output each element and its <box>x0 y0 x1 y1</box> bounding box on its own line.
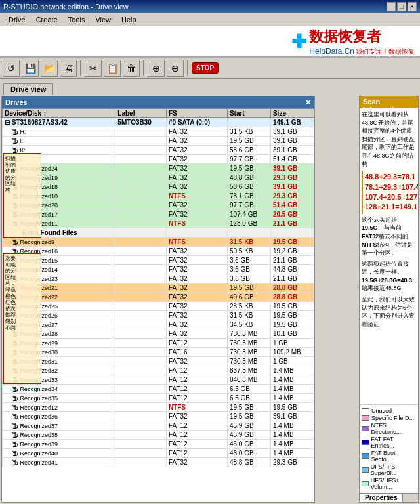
table-row[interactable]: ⊟ ST3160827AS3.425MTO3B30#0 SATA (0:0)14… <box>3 118 314 127</box>
toolbar-cut-button[interactable]: ✂ <box>85 60 102 77</box>
table-row[interactable]: 🗜 Recognized33FAT12840.8 MB1.4 MB <box>3 375 314 385</box>
tab-properties[interactable]: Properties <box>360 494 403 502</box>
table-row[interactable]: 🗜 H:FAT3231.5 KB39.1 GB <box>3 127 314 136</box>
table-row[interactable]: 🗜 Recognized35FAT126.5 GB1.4 MB <box>3 394 314 403</box>
col-fs-cell: FAT32 <box>166 210 227 219</box>
col-device-cell: 🗜 Recognized19 <box>3 173 116 182</box>
col-device-cell: 🗜 Recognized9 <box>3 238 116 247</box>
col-fs-cell: FAT32 <box>166 302 227 311</box>
menu-create[interactable]: Create <box>31 15 63 24</box>
stop-button[interactable]: STOP <box>192 62 219 74</box>
table-row[interactable]: 🗜 Recognized25FAT3228.5 KB19.5 GB <box>3 302 314 311</box>
col-device: Device/Disk ↕ <box>3 109 116 118</box>
col-label-cell <box>116 238 167 247</box>
table-row[interactable]: 🗜 Recognized22FAT3249.6 GB28.8 GB <box>3 293 314 302</box>
col-size-cell: 28.8 GB <box>270 293 314 302</box>
col-fs-cell: FAT32 <box>166 247 227 256</box>
table-row[interactable]: 🗜 Recognized10NTFS78.1 GB29.3 GB <box>3 192 314 201</box>
table-row[interactable]: 🗜 Recognized32FAT12837.5 MB1.4 MB <box>3 366 314 375</box>
menu-tools[interactable]: Tools <box>63 15 91 24</box>
col-fs-cell: FAT32 <box>166 458 227 467</box>
table-row[interactable]: 🗜 Recognized23FAT323.6 GB21.1 GB <box>3 274 314 284</box>
scan-content[interactable]: 在这里可以看到从48.8G开始的，首尾相接完整的4个优质扫描分区，直到硬盘尾部，… <box>360 108 418 404</box>
table-row[interactable]: 🗜 I:FAT3219.5 GB39.1 GB <box>3 136 314 146</box>
minimize-button[interactable]: — <box>387 2 396 11</box>
table-row[interactable]: 🗜 Recognized40FAT1246.0 GB1.4 MB <box>3 449 314 458</box>
legend-specific-file: Specific File D... <box>362 415 416 421</box>
table-row[interactable]: 🗜 Recognized31FAT32730.3 MB1 GB <box>3 357 314 366</box>
toolbar-refresh-button[interactable]: ↺ <box>3 60 20 77</box>
table-row[interactable]: 🗜 Recognized29FAT12730.3 MB1 GB <box>3 339 314 348</box>
col-start-cell: 46.0 GB <box>227 449 270 458</box>
col-fs-cell: FAT32 <box>166 146 227 155</box>
calc-1: 48.8+29.3=78.1 <box>365 172 414 182</box>
col-label-cell <box>116 146 167 155</box>
col-start-cell: 19.5 GB <box>227 136 270 146</box>
toolbar-open-button[interactable]: 📂 <box>41 60 58 77</box>
legend-label-fat: FAT FAT Entries... <box>371 436 416 449</box>
table-row[interactable]: 🗜 L:FAT3297.7 GB51.4 GB <box>3 155 314 164</box>
drives-table-scroll[interactable]: Device/Disk ↕ Label FS Start Size ⊟ ST31… <box>2 108 314 502</box>
table-row[interactable]: 🗜 Recognized20FAT3297.7 GB51.4 GB <box>3 201 314 210</box>
toolbar-delete-button[interactable]: 🗑 <box>123 60 140 77</box>
app-title: R-STUDIO network edition - Drive view <box>3 3 129 10</box>
table-row[interactable]: 🗜 Recognized17FAT32107.4 GB20.5 GB <box>3 210 314 219</box>
menu-help[interactable]: Help <box>116 15 142 24</box>
toolbar-remove-button[interactable]: ⊖ <box>167 60 184 77</box>
toolbar-print-button[interactable]: 🖨 <box>60 60 77 77</box>
table-row[interactable]: 🗜 Recognized28FAT32730.3 MB10.1 GB <box>3 329 314 339</box>
col-size-cell: 19.5 GB <box>270 311 314 320</box>
col-label-cell <box>116 357 167 366</box>
menu-drive[interactable]: Drive <box>3 15 31 24</box>
col-fs-cell: #0 SATA (0:0) <box>166 118 227 127</box>
drives-panel-close[interactable]: ✕ <box>305 98 311 107</box>
table-row[interactable]: 🗜 Recognized41FAT3248.8 GB29.3 GB <box>3 458 314 467</box>
window-controls[interactable]: — □ ✕ <box>387 2 417 11</box>
table-row[interactable]: 🗜 Recognized19FAT3248.8 GB29.3 GB <box>3 173 314 182</box>
table-row[interactable]: 🗜 Recognized14FAT323.6 GB44.8 GB <box>3 265 314 274</box>
col-start-cell: 78.1 GB <box>227 192 270 201</box>
menu-view[interactable]: View <box>90 15 116 24</box>
logo-sub-text: HelpData.Cn <box>309 47 354 56</box>
col-fs-cell: FAT32 <box>166 265 227 274</box>
table-row[interactable]: 🗜 Recognized24FAT3219.5 GB39.1 GB <box>3 164 314 173</box>
col-fs-cell: FAT32 <box>166 201 227 210</box>
table-row[interactable]: 🗜 Recognized27FAT3234.5 KB19.5 GB <box>3 320 314 329</box>
tab-drive-view[interactable]: Drive view <box>3 83 53 94</box>
col-label-cell <box>116 155 167 164</box>
col-fs-cell: FAT12 <box>166 366 227 375</box>
table-row[interactable]: 🗜 Recognized30FAT16730.3 MB109.2 MB <box>3 348 314 357</box>
table-row[interactable]: 🗜 Recognized11NTFS128.0 GB21.1 GB <box>3 219 314 228</box>
col-device-cell: 🗜 Recognized25 <box>3 302 116 311</box>
table-row[interactable]: 🗜 Recognized15FAT323.6 GB21.1 GB <box>3 256 314 265</box>
table-row[interactable]: 🗜 Recognized18FAT3258.6 GB39.1 GB <box>3 182 314 192</box>
toolbar-add-button[interactable]: ⊕ <box>148 60 165 77</box>
drives-panel: Drives ✕ Device/Disk ↕ Label FS Start Si… <box>1 96 315 503</box>
table-row[interactable]: 🗜 Recognized37FAT1245.9 GB1.4 MB <box>3 421 314 430</box>
col-size-cell: 109.2 MB <box>270 348 314 357</box>
table-row[interactable]: 🗜 Recognized12NTFS19.5 GB19.5 GB <box>3 403 314 412</box>
col-size-cell: 20.5 GB <box>270 210 314 219</box>
table-row[interactable]: 🗜 Recognized16FAT3250.5 KB19.2 GB <box>3 247 314 256</box>
maximize-button[interactable]: □ <box>397 2 406 11</box>
col-start-cell: 840.8 MB <box>227 375 270 385</box>
table-row[interactable]: 🗜 Recognized38FAT1245.9 GB1.4 MB <box>3 430 314 440</box>
col-label: Label <box>116 109 167 118</box>
col-device-cell: 🗜 Recognized35 <box>3 394 116 403</box>
table-row[interactable]: 📁 Extra Found Files <box>3 228 314 238</box>
toolbar-paste-button[interactable]: 📋 <box>104 60 121 77</box>
table-row[interactable]: 🗜 Recognized9NTFS31.5 KB19.5 GB <box>3 238 314 247</box>
table-row[interactable]: 🗜 Recognized36FAT3219.5 GB39.1 GB <box>3 412 314 421</box>
table-row[interactable]: 🗜 Recognized21FAT3219.5 GB28.8 GB <box>3 284 314 293</box>
col-fs-cell: FAT12 <box>166 339 227 348</box>
toolbar-save-button[interactable]: 💾 <box>22 60 39 77</box>
scan-panel-header: Scan Information <box>360 96 418 108</box>
table-row[interactable]: 🗜 K:FAT3258.6 GB39.1 GB <box>3 146 314 155</box>
col-start-cell: 19.5 GB <box>227 412 270 421</box>
table-row[interactable]: 🗜 Recognized26FAT3231.5 KB19.5 GB <box>3 311 314 320</box>
col-device-cell: 🗜 Recognized27 <box>3 320 116 329</box>
close-button[interactable]: ✕ <box>408 2 417 11</box>
table-row[interactable]: 🗜 Recognized34FAT126.5 GB1.4 MB <box>3 385 314 394</box>
table-row[interactable]: 🗜 Recognized39FAT1246.0 GB1.4 MB <box>3 440 314 449</box>
col-start-cell: 19.5 GB <box>227 403 270 412</box>
